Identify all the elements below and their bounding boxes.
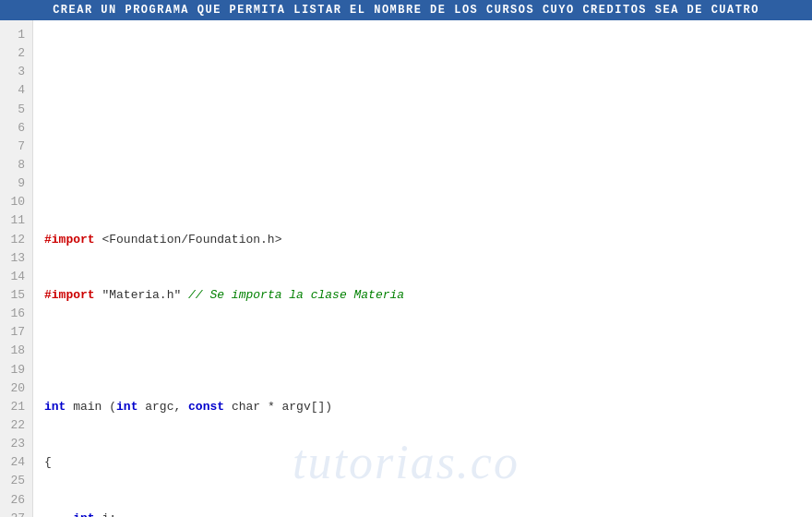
code-line-1 — [44, 63, 801, 81]
code-line-5: #import "Materia.h" // Se importa la cla… — [44, 286, 801, 305]
line-numbers: 1 2 3 4 5 6 7 8 9 10 11 12 13 14 15 16 1… — [0, 20, 33, 517]
code-line-6 — [44, 342, 801, 360]
title-bar: CREAR UN PROGRAMA QUE PERMITA LISTAR EL … — [0, 0, 812, 20]
code-line-8: { — [44, 453, 801, 472]
code-editor: CREAR UN PROGRAMA QUE PERMITA LISTAR EL … — [0, 0, 812, 517]
code-content[interactable]: #import <Foundation/Foundation.h> #impor… — [33, 20, 812, 517]
code-line-3 — [44, 174, 801, 193]
code-line-7: int main (int argc, const char * argv[]) — [44, 398, 801, 416]
code-line-2 — [44, 119, 801, 138]
title-text: CREAR UN PROGRAMA QUE PERMITA LISTAR EL … — [53, 4, 759, 17]
code-line-9: int i; — [44, 510, 801, 517]
code-area: 1 2 3 4 5 6 7 8 9 10 11 12 13 14 15 16 1… — [0, 20, 812, 517]
code-line-4: #import <Foundation/Foundation.h> — [44, 231, 801, 249]
